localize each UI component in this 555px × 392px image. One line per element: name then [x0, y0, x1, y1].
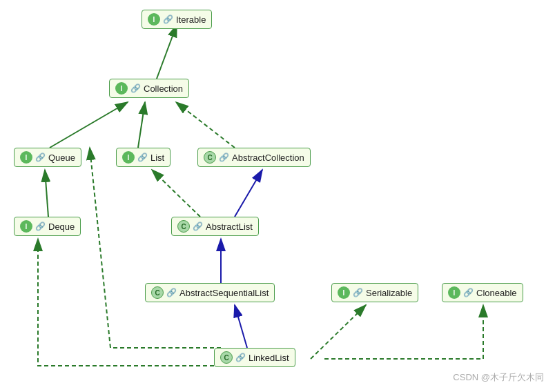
label-list: List [150, 153, 164, 163]
label-collection: Collection [144, 84, 183, 94]
node-serializable: I 🔗 Serializable [331, 283, 418, 302]
badge-abstractsequentiallist: C [151, 286, 164, 299]
node-collection: I 🔗 Collection [109, 79, 189, 98]
badge-serializable: I [338, 286, 350, 299]
label-abstractcollection: AbstractCollection [232, 153, 304, 163]
label-queue: Queue [48, 153, 75, 163]
node-cloneable: I 🔗 Cloneable [442, 283, 523, 302]
badge-abstractcollection: C [204, 151, 216, 164]
node-deque: I 🔗 Deque [14, 217, 81, 236]
label-abstractlist: AbstractList [206, 222, 253, 232]
node-linkedlist: C 🔗 LinkedList [214, 348, 295, 367]
badge-queue: I [20, 151, 32, 164]
node-list: I 🔗 List [116, 148, 171, 167]
arrows-svg [0, 0, 555, 392]
node-iterable: I 🔗 Iterable [142, 10, 212, 29]
badge-deque: I [20, 220, 32, 233]
label-linkedlist: LinkedList [249, 353, 289, 363]
svg-line-9 [235, 170, 262, 217]
node-abstractlist: C 🔗 AbstractList [171, 217, 259, 236]
svg-line-7 [45, 170, 48, 217]
class-diagram: I 🔗 Iterable I 🔗 Collection I 🔗 Queue I … [0, 0, 555, 392]
badge-cloneable: I [448, 286, 460, 299]
svg-line-6 [176, 102, 235, 148]
svg-line-11 [235, 305, 247, 348]
badge-linkedlist: C [220, 351, 233, 364]
label-cloneable: Cloneable [476, 288, 517, 298]
badge-list: I [122, 151, 135, 164]
svg-line-8 [152, 170, 200, 217]
svg-line-5 [138, 102, 145, 148]
label-iterable: Iterable [176, 14, 206, 25]
badge-collection: I [115, 82, 128, 95]
node-abstractcollection: C 🔗 AbstractCollection [197, 148, 311, 167]
badge-iterable: I [148, 13, 160, 26]
svg-line-3 [157, 25, 177, 79]
watermark: CSDN @木子斤欠木同 [453, 371, 544, 384]
label-deque: Deque [48, 222, 75, 232]
label-abstractsequentiallist: AbstractSequentialList [179, 288, 269, 298]
label-serializable: Serializable [366, 288, 412, 298]
node-queue: I 🔗 Queue [14, 148, 81, 167]
node-abstractsequentiallist: C 🔗 AbstractSequentialList [145, 283, 275, 302]
badge-abstractlist: C [177, 220, 190, 233]
svg-line-12 [311, 305, 366, 359]
svg-line-4 [50, 102, 128, 148]
